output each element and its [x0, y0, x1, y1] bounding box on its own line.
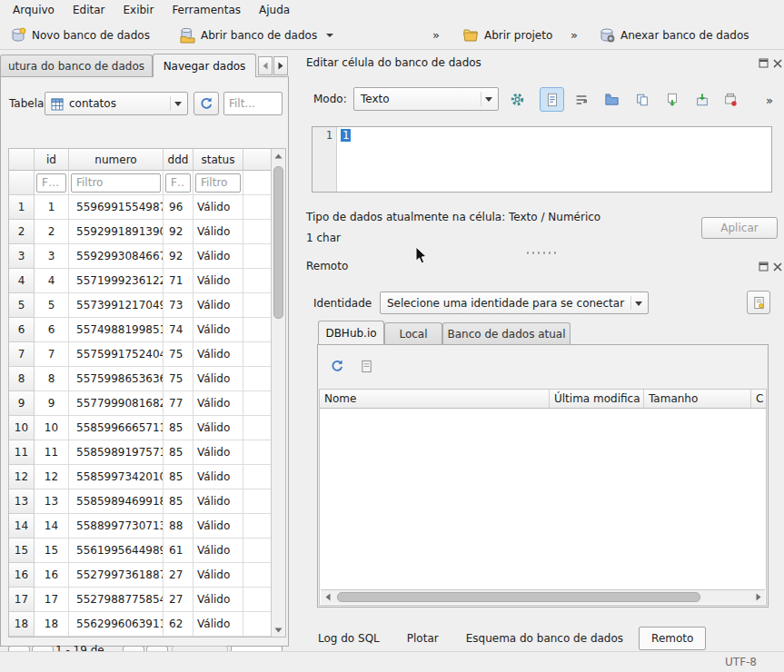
filter-input-id[interactable]	[36, 173, 66, 193]
tab-plotar[interactable]: Plotar	[395, 627, 451, 650]
table-cell[interactable]: 7	[35, 342, 69, 367]
text-document-toggle[interactable]	[540, 87, 564, 112]
table-cell[interactable]: 5596991554987	[69, 195, 164, 220]
table-cell[interactable]: 5562996063911	[69, 612, 164, 637]
tab-database-structure[interactable]: utura do banco de dados	[0, 54, 153, 76]
encoding-indicator[interactable]: UTF-8	[725, 656, 757, 668]
horizontal-scrollbar-thumb[interactable]	[337, 592, 700, 602]
table-cell[interactable]: 5	[35, 293, 69, 318]
table-cell[interactable]: 5575991752404	[69, 342, 164, 367]
apply-button[interactable]: Aplicar	[701, 217, 778, 239]
row-header-cell[interactable]: 16	[9, 563, 35, 588]
table-cell[interactable]: 11	[35, 440, 69, 465]
filter-input-ddd[interactable]	[165, 173, 191, 193]
table-cell[interactable]: 13	[35, 489, 69, 514]
table-cell[interactable]: 5575998653636	[69, 367, 164, 391]
row-header-cell[interactable]: 7	[9, 342, 35, 367]
table-cell[interactable]: 1	[35, 195, 69, 220]
splitter-handle[interactable]	[525, 252, 556, 254]
remote-float-dock-button[interactable]	[758, 261, 769, 272]
row-header-cell[interactable]: 10	[9, 416, 35, 440]
horizontal-scrollbar[interactable]	[321, 589, 765, 604]
row-header-cell[interactable]: 11	[9, 440, 35, 465]
table-cell[interactable]: Válido	[194, 367, 243, 391]
mode-select[interactable]: Texto	[353, 87, 499, 111]
table-cell[interactable]: 96	[164, 195, 194, 220]
scroll-right-button[interactable]	[751, 590, 765, 604]
row-header-cell[interactable]: 6	[9, 318, 35, 342]
table-cell[interactable]: 12	[35, 465, 69, 489]
table-cell[interactable]: 5585989197571	[69, 440, 164, 465]
new-database-button[interactable]: Novo banco de dados	[4, 24, 156, 46]
column-header-status[interactable]: status	[194, 149, 243, 171]
open-project-button[interactable]: Abrir projeto	[456, 24, 559, 46]
tab-esquema-do-banco[interactable]: Esquema do banco de dados	[454, 627, 635, 650]
table-cell[interactable]: Válido	[194, 465, 243, 489]
save-button[interactable]	[690, 87, 714, 112]
filter-input-numero[interactable]	[71, 173, 161, 193]
table-cell[interactable]: Válido	[194, 514, 243, 539]
table-cell[interactable]: 5577999081682	[69, 391, 164, 416]
row-header-cell[interactable]: 5	[9, 293, 35, 318]
copy-button[interactable]	[630, 87, 654, 112]
vertical-scrollbar[interactable]	[271, 149, 285, 637]
table-cell[interactable]: 85	[164, 465, 194, 489]
table-cell[interactable]: Válido	[194, 440, 243, 465]
toolbar-extension-button-2[interactable]: »	[565, 24, 583, 46]
row-header-cell[interactable]: 17	[9, 588, 35, 612]
word-wrap-button[interactable]	[569, 87, 593, 112]
vertical-scrollbar-thumb[interactable]	[273, 166, 283, 319]
remote-refresh-button[interactable]	[325, 354, 349, 378]
row-header-cell[interactable]: 13	[9, 489, 35, 514]
table-cell[interactable]: Válido	[194, 293, 243, 318]
column-header-numero[interactable]: numero	[69, 149, 164, 171]
open-database-dropdown-caret[interactable]	[326, 34, 333, 37]
tab-log-do-sql[interactable]: Log do SQL	[306, 627, 392, 650]
tab-current-database[interactable]: Banco de dados atual	[442, 322, 571, 344]
table-cell[interactable]: 85	[164, 489, 194, 514]
table-cell[interactable]: 62	[164, 612, 194, 637]
table-cell[interactable]: 9	[35, 391, 69, 416]
cell-editor[interactable]: 1 1	[312, 126, 772, 193]
table-cell[interactable]: Válido	[194, 539, 243, 563]
table-cell[interactable]: 17	[35, 588, 69, 612]
scroll-left-button[interactable]	[321, 590, 334, 604]
import-settings-button[interactable]	[505, 87, 530, 112]
open-database-button[interactable]: Abrir banco de dados	[173, 24, 340, 46]
print-button[interactable]	[718, 87, 742, 112]
menu-ferramentas[interactable]: Ferramentas	[163, 1, 250, 19]
table-cell[interactable]: 6	[35, 318, 69, 342]
close-dock-button[interactable]	[771, 57, 783, 69]
table-cell[interactable]: 5585997342010	[69, 465, 164, 489]
table-cell[interactable]: 71	[164, 269, 194, 293]
refresh-table-button[interactable]	[194, 92, 219, 115]
table-cell[interactable]: 5592991891390	[69, 220, 164, 244]
table-cell[interactable]: 10	[35, 416, 69, 440]
table-cell[interactable]: 27	[164, 563, 194, 588]
tab-scroll-right-button[interactable]	[273, 56, 288, 75]
table-cell[interactable]: 85	[164, 416, 194, 440]
table-cell[interactable]: 75	[164, 367, 194, 391]
table-cell[interactable]: Válido	[194, 588, 243, 612]
edit-toolbar-extension-button[interactable]: »	[760, 89, 779, 112]
menu-ajuda[interactable]: Ajuda	[250, 1, 299, 19]
table-cell[interactable]: 5527997361887	[69, 563, 164, 588]
table-cell[interactable]: 92	[164, 244, 194, 269]
table-cell[interactable]: 5592993084667	[69, 244, 164, 269]
row-header-cell[interactable]: 12	[9, 465, 35, 489]
column-header-ddd[interactable]: ddd	[164, 149, 194, 171]
attach-database-button[interactable]: Anexar banco de dados	[592, 24, 756, 46]
table-cell[interactable]: 8	[35, 367, 69, 391]
column-header-nome[interactable]: Nome	[320, 390, 550, 409]
table-cell[interactable]: 15	[35, 539, 69, 563]
table-cell[interactable]: 61	[164, 539, 194, 563]
table-cell[interactable]: Válido	[194, 318, 243, 342]
table-cell[interactable]: 14	[35, 514, 69, 539]
menu-exibir[interactable]: Exibir	[114, 1, 163, 19]
row-header-cell[interactable]: 3	[9, 244, 35, 269]
menu-editar[interactable]: Editar	[64, 1, 114, 19]
menu-arquivo[interactable]: Arquivo	[4, 1, 64, 19]
table-cell[interactable]: Válido	[194, 563, 243, 588]
table-cell[interactable]: 3	[35, 244, 69, 269]
table-cell[interactable]: 2	[35, 220, 69, 244]
